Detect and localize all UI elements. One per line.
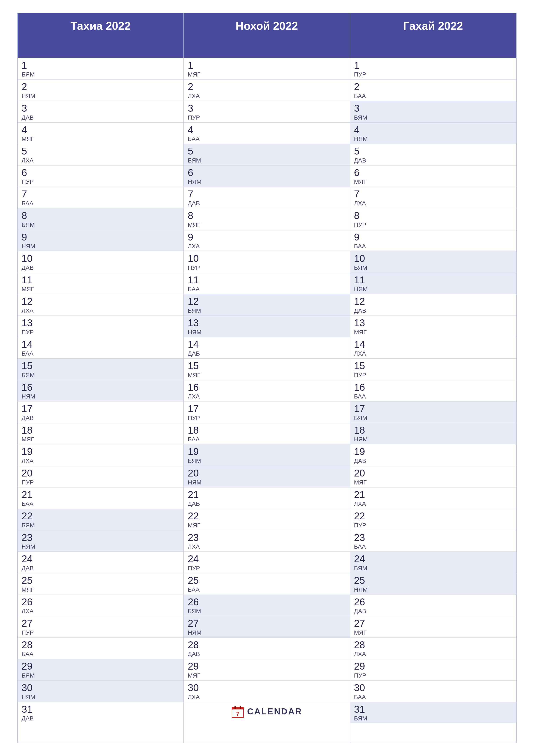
day-number: 9 bbox=[21, 232, 180, 243]
day-cell: 1ПУР bbox=[350, 58, 516, 80]
day-cell: 10БЯМ bbox=[350, 251, 516, 273]
day-cell: 30БАА bbox=[350, 681, 516, 702]
brand-text: CALENDAR bbox=[247, 707, 302, 716]
day-label: БЯМ bbox=[188, 458, 346, 464]
day-cell: 18НЯМ bbox=[350, 423, 516, 445]
day-cell: 4НЯМ bbox=[350, 122, 516, 144]
page: Тахиа 2022Нохой 2022Гахай 20221БЯМ2НЯМ3Д… bbox=[0, 0, 534, 756]
day-label: ДАВ bbox=[21, 715, 180, 722]
day-cell: 10ПУР bbox=[184, 251, 350, 273]
day-number: 24 bbox=[354, 554, 513, 564]
day-cell: 5БЯМ bbox=[184, 144, 350, 166]
month-header-2: Гахай 2022 bbox=[350, 14, 516, 58]
day-label: ЛХА bbox=[188, 243, 346, 250]
day-cell: 11МЯГ bbox=[18, 273, 184, 294]
day-label: ЛХА bbox=[354, 500, 513, 507]
day-cell: 7БАА bbox=[18, 187, 184, 208]
day-number: 29 bbox=[188, 661, 346, 672]
day-label: ДАВ bbox=[354, 458, 513, 464]
day-label: ЛХА bbox=[188, 93, 346, 99]
day-cell: 7ДАВ bbox=[184, 187, 350, 208]
day-label: МЯГ bbox=[188, 372, 346, 379]
day-cell: 3БЯМ bbox=[350, 101, 516, 122]
day-cell: 18МЯГ bbox=[18, 423, 184, 445]
day-label: БЯМ bbox=[188, 608, 346, 615]
day-cell: 14ДАВ bbox=[184, 337, 350, 359]
day-label: НЯМ bbox=[354, 436, 513, 443]
day-label: БЯМ bbox=[354, 715, 513, 722]
day-number: 8 bbox=[21, 210, 180, 221]
day-cell: 1БЯМ bbox=[18, 58, 184, 80]
day-label: МЯГ bbox=[21, 436, 180, 443]
day-cell: 1МЯГ bbox=[184, 58, 350, 80]
svg-text:7: 7 bbox=[236, 711, 240, 717]
day-cell: 2ЛХА bbox=[184, 80, 350, 101]
day-number: 27 bbox=[21, 618, 180, 629]
day-number: 21 bbox=[188, 489, 346, 500]
day-label: МЯГ bbox=[188, 672, 346, 679]
day-label: БАА bbox=[21, 200, 180, 207]
day-cell: 11НЯМ bbox=[350, 273, 516, 294]
day-label: ЛХА bbox=[188, 694, 346, 701]
day-label: МЯГ bbox=[188, 71, 346, 78]
day-number: 7 bbox=[21, 189, 180, 200]
calendar-brand: 7 CALENDAR bbox=[231, 705, 302, 718]
day-cell: 27НЯМ bbox=[184, 616, 350, 638]
day-number: 11 bbox=[354, 275, 513, 285]
day-cell: 9ЛХА bbox=[184, 230, 350, 252]
day-label: НЯМ bbox=[188, 178, 346, 185]
day-label: НЯМ bbox=[354, 586, 513, 593]
day-cell: 13МЯГ bbox=[350, 316, 516, 337]
day-cell: 17БЯМ bbox=[350, 401, 516, 423]
day-label: БЯМ bbox=[188, 307, 346, 314]
day-cell: 26БЯМ bbox=[184, 595, 350, 616]
day-number: 30 bbox=[354, 682, 513, 693]
day-label: НЯМ bbox=[21, 393, 180, 400]
day-number: 18 bbox=[188, 425, 346, 436]
day-label: ЛХА bbox=[21, 157, 180, 164]
day-number: 17 bbox=[354, 403, 513, 414]
day-label: НЯМ bbox=[21, 694, 180, 701]
day-label: БАА bbox=[21, 651, 180, 658]
day-number: 4 bbox=[21, 124, 180, 135]
day-cell: 23ЛХА bbox=[184, 530, 350, 552]
day-number: 7 bbox=[188, 189, 346, 200]
day-label: ДАВ bbox=[188, 350, 346, 357]
day-label: БЯМ bbox=[21, 372, 180, 379]
day-cell: 27ПУР bbox=[18, 616, 184, 638]
calendar-grid: Тахиа 2022Нохой 2022Гахай 20221БЯМ2НЯМ3Д… bbox=[17, 13, 517, 743]
day-label: БАА bbox=[21, 350, 180, 357]
day-label: БАА bbox=[354, 243, 513, 250]
day-number: 3 bbox=[188, 103, 346, 114]
day-cell: 28ДАВ bbox=[184, 638, 350, 659]
day-label: БЯМ bbox=[354, 415, 513, 421]
day-label: БАА bbox=[188, 136, 346, 143]
day-cell: 31ДАВ bbox=[18, 702, 184, 723]
day-label: МЯГ bbox=[354, 479, 513, 486]
day-number: 17 bbox=[21, 403, 180, 414]
day-number: 12 bbox=[21, 296, 180, 307]
day-label: ДАВ bbox=[21, 114, 180, 121]
day-cell: 16БАА bbox=[350, 380, 516, 402]
day-number: 6 bbox=[21, 167, 180, 178]
day-cell: 12ДАВ bbox=[350, 294, 516, 316]
day-label: ПУР bbox=[188, 264, 346, 271]
day-cell: 22БЯМ bbox=[18, 509, 184, 530]
day-cell: 15МЯГ bbox=[184, 359, 350, 380]
day-label: МЯГ bbox=[354, 329, 513, 336]
day-number: 4 bbox=[188, 124, 346, 135]
day-cell: 8БЯМ bbox=[18, 208, 184, 230]
day-cell: 18БАА bbox=[184, 423, 350, 445]
day-cell: 21ДАВ bbox=[184, 487, 350, 509]
day-number: 4 bbox=[354, 124, 513, 135]
brand-cell: 7 CALENDAR bbox=[184, 702, 350, 721]
month-col-1: 1МЯГ2ЛХА3ПУР4БАА5БЯМ6НЯМ7ДАВ8МЯГ9ЛХА10ПУ… bbox=[184, 58, 350, 742]
calendar-icon: 7 bbox=[231, 705, 244, 718]
day-cell: 7ЛХА bbox=[350, 187, 516, 208]
day-number: 21 bbox=[21, 489, 180, 500]
day-number: 28 bbox=[21, 639, 180, 650]
day-cell: 5ЛХА bbox=[18, 144, 184, 166]
day-number: 9 bbox=[188, 232, 346, 243]
day-cell: 20МЯГ bbox=[350, 466, 516, 487]
day-cell: 23БАА bbox=[350, 530, 516, 552]
